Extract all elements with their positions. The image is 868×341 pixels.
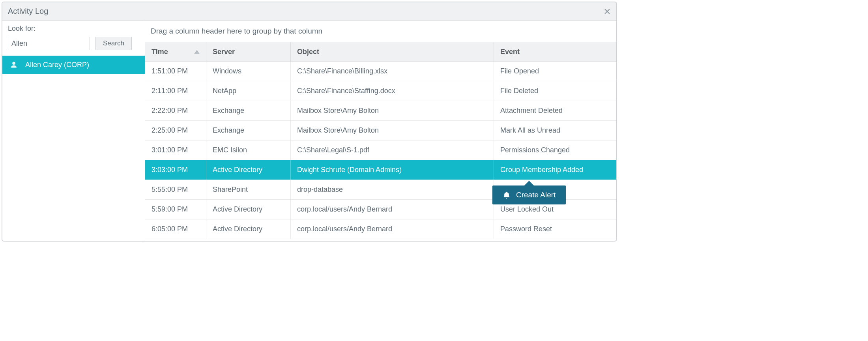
cell-time: 5:59:00 PM xyxy=(145,200,206,219)
cell-event: Group Membership Added xyxy=(494,160,616,180)
svg-marker-2 xyxy=(194,50,200,54)
grid-header: Time Server Object Event xyxy=(145,42,616,62)
column-header-server[interactable]: Server xyxy=(206,42,291,61)
search-area: Look for: Search xyxy=(2,21,145,56)
close-button[interactable] xyxy=(602,6,612,17)
group-by-hint[interactable]: Drag a column header here to group by th… xyxy=(145,21,616,42)
cell-event: Mark All as Unread xyxy=(494,121,616,140)
table-row[interactable]: 2:11:00 PMNetAppC:\Share\Finance\Staffin… xyxy=(145,81,616,101)
table-row[interactable]: 3:03:00 PMActive DirectoryDwight Schrute… xyxy=(145,160,616,180)
search-label: Look for: xyxy=(8,24,139,33)
search-row: Search xyxy=(8,37,139,50)
person-icon xyxy=(10,61,17,69)
window-body: Look for: Search Allen Carey (CORP) Drag… xyxy=(2,21,616,241)
column-header-object-label: Object xyxy=(297,48,319,56)
table-row[interactable]: 2:22:00 PMExchangeMailbox Store\Amy Bolt… xyxy=(145,101,616,121)
cell-object: Mailbox Store\Amy Bolton xyxy=(291,101,494,120)
cell-time: 3:01:00 PM xyxy=(145,141,206,160)
cell-event: File Opened xyxy=(494,62,616,81)
window-title: Activity Log xyxy=(8,7,48,16)
cell-time: 2:11:00 PM xyxy=(145,81,206,101)
cell-object: corp.local/users/Andy Bernard xyxy=(291,219,494,239)
close-icon xyxy=(604,8,610,15)
cell-time: 3:03:00 PM xyxy=(145,160,206,180)
cell-time: 2:22:00 PM xyxy=(145,101,206,120)
cell-server: Active Directory xyxy=(206,160,291,180)
cell-event: File Deleted xyxy=(494,81,616,101)
column-header-time[interactable]: Time xyxy=(145,42,206,61)
activity-log-window: Activity Log Look for: Search Allen Care… xyxy=(2,2,617,242)
sidebar-result-item[interactable]: Allen Carey (CORP) xyxy=(2,56,145,74)
cell-server: Active Directory xyxy=(206,219,291,239)
cell-server: SharePoint xyxy=(206,180,291,199)
bell-icon xyxy=(503,191,511,199)
cell-event: Attachment Deleted xyxy=(494,101,616,120)
cell-server: Active Directory xyxy=(206,200,291,219)
grid-body: 1:51:00 PMWindowsC:\Share\Finance\Billin… xyxy=(145,62,616,239)
titlebar: Activity Log xyxy=(2,2,616,21)
cell-object: C:\Share\Finance\Staffing.docx xyxy=(291,81,494,101)
table-row[interactable]: 6:05:00 PMActive Directorycorp.local/use… xyxy=(145,219,616,239)
cell-server: EMC Isilon xyxy=(206,141,291,160)
cell-object: Dwight Schrute (Domain Admins) xyxy=(291,160,494,180)
table-row[interactable]: 2:25:00 PMExchangeMailbox Store\Amy Bolt… xyxy=(145,121,616,141)
create-alert-label: Create Alert xyxy=(516,191,556,199)
sidebar: Look for: Search Allen Carey (CORP) xyxy=(2,21,145,241)
sidebar-result-label: Allen Carey (CORP) xyxy=(25,61,89,69)
search-button[interactable]: Search xyxy=(95,37,132,50)
cell-object: C:\Share\Legal\S-1.pdf xyxy=(291,141,494,160)
cell-event: Password Reset xyxy=(494,219,616,239)
column-header-time-label: Time xyxy=(152,48,168,56)
cell-time: 6:05:00 PM xyxy=(145,219,206,239)
column-header-event[interactable]: Event xyxy=(494,42,616,61)
cell-time: 5:55:00 PM xyxy=(145,180,206,199)
column-header-object[interactable]: Object xyxy=(291,42,494,61)
column-header-server-label: Server xyxy=(213,48,235,56)
cell-event: Permissions Changed xyxy=(494,141,616,160)
sidebar-results: Allen Carey (CORP) xyxy=(2,56,145,74)
cell-time: 1:51:00 PM xyxy=(145,62,206,81)
search-input[interactable] xyxy=(8,37,90,50)
cell-server: Exchange xyxy=(206,101,291,120)
cell-object: C:\Share\Finance\Billing.xlsx xyxy=(291,62,494,81)
cell-server: Exchange xyxy=(206,121,291,140)
cell-server: Windows xyxy=(206,62,291,81)
cell-object: drop-database xyxy=(291,180,494,199)
column-header-event-label: Event xyxy=(500,48,520,56)
cell-object: Mailbox Store\Amy Bolton xyxy=(291,121,494,140)
table-row[interactable]: 3:01:00 PMEMC IsilonC:\Share\Legal\S-1.p… xyxy=(145,141,616,160)
cell-server: NetApp xyxy=(206,81,291,101)
table-row[interactable]: 1:51:00 PMWindowsC:\Share\Finance\Billin… xyxy=(145,62,616,81)
cell-object: corp.local/users/Andy Bernard xyxy=(291,200,494,219)
main-panel: Drag a column header here to group by th… xyxy=(145,21,616,241)
cell-time: 2:25:00 PM xyxy=(145,121,206,140)
create-alert-tooltip[interactable]: Create Alert xyxy=(492,185,566,204)
sort-ascending-icon xyxy=(194,48,200,56)
